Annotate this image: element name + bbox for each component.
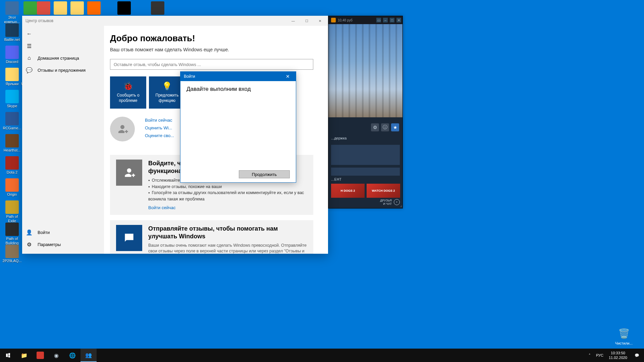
plus-icon[interactable]: + xyxy=(394,199,400,205)
steam-body: ⚙ ⓘ ★ ...держка ...ЕНТ H DOGS 2 WATCH DO… xyxy=(328,24,402,208)
close-button[interactable]: ✕ xyxy=(396,18,401,22)
steam-friends[interactable]: ДРУЗЬЯ И ЧАТ + xyxy=(380,199,400,205)
desktop-icon[interactable]: Path of Exile xyxy=(2,200,22,223)
desktop-icon[interactable]: Ярлыки xyxy=(2,68,22,86)
steam-recent-label: ...ЕНТ xyxy=(331,178,341,181)
icon-label: Origin xyxy=(2,192,22,197)
link-rate-windows[interactable]: Оценить Wi... xyxy=(145,125,174,130)
steam-hero-image xyxy=(328,24,402,117)
tray-chevron[interactable]: ˄ xyxy=(586,349,593,362)
maximize-button[interactable]: □ xyxy=(390,18,394,22)
steam-titlebar[interactable]: 10,48 руб ▭ – □ ✕ xyxy=(328,16,402,24)
profile-links: Войти сейчас Оценить Wi... Оцените сво..… xyxy=(145,118,174,141)
back-button[interactable]: ← xyxy=(22,28,104,40)
app-icon xyxy=(70,1,84,15)
desktop-icon[interactable]: Discord xyxy=(2,46,22,64)
feedback-hub-titlebar[interactable]: Центр отзывов — ☐ ✕ xyxy=(22,16,328,26)
sidebar: ← ☰ ⌂ Домашняя страница 💬 Отзывы и предл… xyxy=(22,26,104,254)
home-icon: ⌂ xyxy=(26,55,32,61)
icon-label: Path of Building xyxy=(2,237,22,245)
report-problem-tile[interactable]: 🐞 Сообщить о проблеме xyxy=(110,76,146,109)
taskbar-steam[interactable]: ◉ xyxy=(48,349,64,362)
app-icon xyxy=(5,112,19,125)
trash-icon: 🗑️ xyxy=(617,327,631,340)
speech-bubble-icon xyxy=(116,225,142,251)
start-button[interactable] xyxy=(0,349,16,362)
star-icon[interactable]: ★ xyxy=(391,123,399,131)
app-icon xyxy=(5,68,19,81)
desktop-icon[interactable] xyxy=(114,1,134,15)
desktop-icon[interactable]: Origin xyxy=(2,178,22,197)
dialog-titlebar[interactable]: Войти ✕ xyxy=(180,72,296,81)
continue-button[interactable]: Продолжить xyxy=(239,170,290,178)
desktop-icon[interactable]: Skype xyxy=(2,90,22,108)
app-icon xyxy=(5,178,19,192)
desktop-icon[interactable]: 2P29LAQ... xyxy=(2,245,22,263)
steam-box2 xyxy=(331,168,400,176)
gear-icon[interactable]: ⚙ xyxy=(371,123,379,131)
icon-label: Battle.net xyxy=(2,38,22,42)
taskbar-feedback-hub[interactable]: 👥 xyxy=(80,349,97,362)
send-feedback-panel: Отправляйте отзывы, чтобы помогать нам у… xyxy=(110,220,313,254)
steam-tile[interactable]: WATCH DOGS 2 xyxy=(367,184,400,198)
steam-friends-label: ДРУЗЬЯ И ЧАТ xyxy=(380,199,392,205)
sidebar-item-settings[interactable]: ⚙ Параметры xyxy=(22,238,104,250)
taskbar-explorer[interactable]: 📁 xyxy=(16,349,32,362)
tray-language[interactable]: РУС xyxy=(593,349,606,362)
sidebar-item-home[interactable]: ⌂ Домашняя страница xyxy=(22,52,104,64)
minimize-button[interactable]: – xyxy=(383,18,388,22)
steam-icon: ◉ xyxy=(52,351,60,359)
taskbar: 📁 ◉ 🌐 👥 ˄ РУС 10:33:50 11.02.2020 💬 xyxy=(0,349,644,362)
steam-tile[interactable]: H DOGS 2 xyxy=(331,184,365,198)
minimize-button[interactable]: — xyxy=(286,16,300,26)
recycle-bin[interactable]: 🗑️ Чистили... xyxy=(614,327,634,345)
suggest-feature-tile[interactable]: 💡 Предложить функцию xyxy=(149,76,185,109)
tray-clock[interactable]: 10:33:50 11.02.2020 xyxy=(606,349,630,362)
app-icon xyxy=(87,1,101,15)
maximize-button[interactable]: ☐ xyxy=(300,16,313,26)
desktop-icon[interactable]: Battle.net xyxy=(2,23,22,42)
desktop-icon[interactable] xyxy=(148,1,168,15)
tile-label: Предложить функцию xyxy=(149,93,185,103)
desktop-icon[interactable]: Dota 2 xyxy=(2,156,22,175)
steam-support-label: ...держка xyxy=(331,136,346,140)
link-rate-your[interactable]: Оцените сво... xyxy=(145,133,174,138)
sidebar-item-label: Домашняя страница xyxy=(38,56,79,61)
login-dialog: Войти ✕ Давайте выполним вход Продолжить xyxy=(180,71,296,183)
close-button[interactable]: ✕ xyxy=(313,16,327,26)
app-icon xyxy=(37,352,44,359)
steam-box xyxy=(331,145,400,165)
app-icon xyxy=(5,245,19,258)
icon-label: 2P29LAQ... xyxy=(2,259,22,263)
icon-label: Dota 2 xyxy=(2,170,22,175)
desktop-icon[interactable] xyxy=(84,1,104,15)
system-tray: ˄ РУС 10:33:50 11.02.2020 💬 xyxy=(586,349,644,362)
sidebar-item-feedback[interactable]: 💬 Отзывы и предложения xyxy=(22,64,104,76)
sidebar-item-login[interactable]: 👤 Войти xyxy=(22,226,104,238)
info-icon[interactable]: ⓘ xyxy=(381,123,389,131)
taskbar-app[interactable] xyxy=(32,349,48,362)
app-icon xyxy=(5,134,19,147)
app-icon xyxy=(5,223,19,236)
taskbar-chrome[interactable]: 🌐 xyxy=(64,349,80,362)
desktop-icon[interactable]: Path of Building xyxy=(2,223,22,245)
app-icon xyxy=(151,1,164,15)
hamburger-button[interactable]: ☰ xyxy=(22,40,104,52)
bug-icon: 🐞 xyxy=(123,81,133,91)
bullet: Голосуйте за отзывы других пользователей… xyxy=(148,190,307,202)
app-icon xyxy=(5,23,19,37)
tray-notifications[interactable]: 💬 xyxy=(630,349,644,362)
close-button[interactable]: ✕ xyxy=(283,72,292,81)
steam-view-icon[interactable]: ▭ xyxy=(376,18,381,22)
desktop-icon[interactable]: Hearthst... xyxy=(2,134,22,153)
icon-label: Discord xyxy=(2,60,22,64)
desktop-icon[interactable]: Этот компью... xyxy=(2,1,22,24)
language-label: РУС xyxy=(596,353,603,357)
feedback-search-input[interactable] xyxy=(110,59,313,70)
resize-grip-icon[interactable]: ◢ xyxy=(400,204,402,207)
link-login-now[interactable]: Войти сейчас xyxy=(145,118,174,123)
panel-login-link[interactable]: Войти сейчас xyxy=(148,205,176,210)
app-icon xyxy=(5,200,19,214)
panel-desc: Ваши отзывы очень помогают нам сделать W… xyxy=(148,243,307,254)
desktop-icon[interactable]: RCGame... xyxy=(2,112,22,130)
